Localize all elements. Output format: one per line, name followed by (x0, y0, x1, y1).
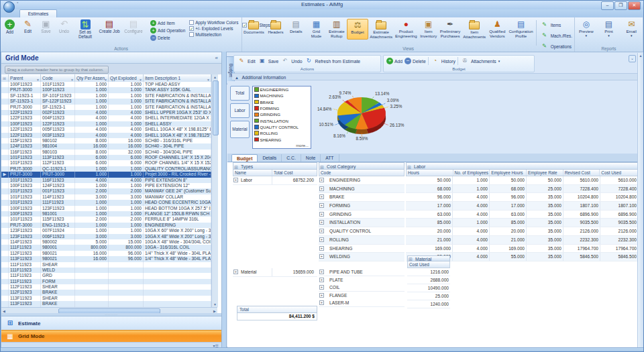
expand-icon[interactable]: + (319, 237, 324, 242)
grid-row[interactable]: 100F11923101F119231.0001.000TOP HEAD ASS… (1, 82, 211, 87)
expand-icon[interactable]: + (319, 270, 324, 274)
cost-category-row[interactable]: +INSTALLATION (319, 219, 405, 227)
ribbon-button-create-job[interactable]: ▤Create Job (97, 19, 121, 40)
grid-row[interactable]: SF-11923-1SF-101F119231.0001.000SITE FAB… (1, 93, 211, 99)
labor-row[interactable]: 96.0004.00096.00035.00010204.80010204.80… (406, 193, 638, 202)
ribbon-button-product-engineering[interactable]: ●Product Engineering (394, 19, 419, 40)
labor-row[interactable]: 50.0001.00050.00050.0005610.0005610.000 (406, 176, 638, 185)
ribbon-button-documents[interactable]: Documents (242, 19, 266, 40)
ribbon-button-estimate-attachments[interactable]: Estimate Attachments (368, 19, 394, 40)
ribbon-button-add-operation[interactable]: +Add Operation (150, 27, 185, 34)
column-header-revised-cost[interactable]: Revised Cost (564, 170, 600, 176)
grid-row[interactable]: 122F11923005F119234.0004.000SHELL 10GA X… (1, 127, 211, 132)
nav-item-estimate[interactable]: ⊞ Estimate (1, 316, 221, 330)
material-row[interactable]: 1240.000 (407, 300, 450, 308)
ribbon-button-budget[interactable]: ⚖Budget (347, 19, 368, 40)
ribbon-button-item-attachments[interactable]: Item Attachments (462, 19, 487, 40)
ribbon-button-undo[interactable]: ↶Undo (55, 19, 73, 40)
expand-icon[interactable]: + (319, 203, 324, 208)
ribbon-button-details[interactable]: ▤Details (286, 19, 306, 40)
material-row[interactable]: 10490.000 (407, 284, 450, 292)
material-category-row[interactable]: +PIPE AND TUBE (319, 268, 405, 276)
grid-row[interactable]: PRJT-3000ENG-11923-11.0001.000ENGINEERIN… (1, 223, 211, 228)
close-button[interactable]: ✕ (628, 1, 641, 10)
column-header-code[interactable]: Code▼ (41, 74, 75, 82)
expand-icon[interactable]: + (319, 285, 324, 290)
grid-row[interactable]: 122F11923003F119234.0004.000SHELL 10GA X… (1, 133, 211, 138)
sub-tab-details[interactable]: Details (258, 154, 282, 162)
ribbon-button-item-inventory[interactable]: ▣Item Inventory (419, 19, 439, 40)
column-header-employee-rate[interactable]: Employee Rate (527, 170, 564, 176)
chart-tab-total[interactable]: Total (230, 86, 250, 101)
expand-icon[interactable]: + (319, 293, 324, 298)
ribbon-button-qualified-vendors[interactable]: ♟Qualified Vendors (487, 19, 507, 40)
labor-row[interactable]: 68.0001.00068.00025.0007228.4007228.400 (406, 185, 638, 194)
grid-row[interactable]: 111F11923WELD (1, 268, 211, 273)
cost-category-row[interactable]: +QUALITY CONTROL (319, 227, 405, 236)
toolbar-button-edit[interactable]: ✎Edit (237, 56, 256, 66)
grid-row[interactable]: 113F1192398002116.00096.0001/4" Thick X … (1, 256, 211, 261)
scrollbar-thumb[interactable] (213, 80, 219, 135)
column-header-no-of-employees[interactable]: No. of Employees (453, 170, 490, 176)
dropdown-arrow-icon[interactable]: ▾ (498, 60, 500, 62)
column-header-name[interactable]: Name (233, 170, 272, 176)
grid-row[interactable]: 123F11923006F119233.0003.00010GA X 48" W… (1, 234, 211, 239)
material-category-row[interactable]: +FLANGE (319, 292, 405, 300)
grid-row[interactable]: 111F11923GRD (1, 273, 211, 278)
material-row[interactable]: 1216.000 (407, 268, 450, 276)
ribbon-button-estimate-rollup[interactable]: ▥Estimate Rollup (327, 19, 347, 40)
additional-information-bar[interactable]: ▲ Additional Information (232, 73, 639, 80)
grid-row[interactable]: 114F119239800025.00015.00010GA X 48" Wid… (1, 239, 211, 245)
ribbon-button-add[interactable]: +Add (1, 19, 19, 40)
expand-icon[interactable]: + (319, 278, 324, 282)
view-toggle-items[interactable]: ✎Items (540, 20, 572, 30)
expand-icon[interactable]: + (319, 220, 324, 225)
ribbon-button-edit[interactable]: ✎Edit (19, 19, 37, 40)
grid-row[interactable]: PRJT-3000100F119231.0001.000TANK ASSY 10… (1, 87, 211, 93)
view-toggle-mach-res[interactable]: ✎Mach./Res. (540, 31, 572, 40)
cost-category-row[interactable]: +GRINDING (319, 211, 405, 219)
collapse-panel-icon[interactable]: « (215, 52, 218, 64)
cost-category-row[interactable]: +BRAKE (319, 193, 405, 202)
expand-icon[interactable]: + (319, 212, 324, 217)
grid-row[interactable]: 115F119239801028.00016.000SCH80 - 316/31… (1, 138, 211, 143)
checkbox-exploded-levels[interactable]: ✓+/- Exploded Levels (189, 26, 238, 31)
toolbar-button-refresh-from-estimate[interactable]: ↻Refresh from Estimate (304, 56, 360, 66)
toolbar-button-attachments[interactable]: ✇Attachments (460, 56, 496, 66)
grid-row[interactable]: 112F11923SHEAR (1, 284, 211, 290)
grid-row[interactable]: 116F119239801038.00032.000SCH40 - 304/30… (1, 150, 211, 155)
grid-row[interactable]: 101F11923114F119233.0003.000MANWAY COLLA… (1, 194, 211, 200)
expand-icon[interactable]: + (319, 300, 324, 305)
filter-icon[interactable]: ▼ (70, 76, 74, 82)
grid-row[interactable]: SF-11923-1SF-122F119231.0001.000SITE FAB… (1, 99, 211, 104)
grid-row[interactable]: 100F11923124F119231.0001.000PIPE EXTENSI… (1, 183, 211, 188)
expand-icon[interactable]: + (319, 186, 324, 191)
column-header-cost-used[interactable]: Cost Used (600, 170, 637, 176)
ribbon-button-print[interactable]: ▤Print▾ (598, 19, 621, 38)
ribbon-button-email[interactable]: ✉Email▾ (620, 19, 643, 38)
grid-row[interactable]: PRJT-3000SF-11923-11.0001.000SITE FABRIC… (1, 105, 211, 110)
minimize-button[interactable]: – (601, 1, 614, 10)
toolbar-button-history[interactable]: ◔History (431, 56, 455, 66)
panel-scrollbar[interactable]: ▲ (637, 53, 643, 347)
ribbon-button-headers[interactable]: Headers (266, 19, 286, 40)
types-row-material[interactable]: +Material15659.000 (233, 268, 317, 277)
ribbon-button-save[interactable]: ▣Save (37, 19, 55, 40)
legend-more-link[interactable]: more... (296, 143, 309, 148)
chart-tab-material[interactable]: Material (230, 121, 250, 138)
cost-category-row[interactable]: +ROLLING (319, 236, 405, 245)
column-header-qty-per-assen[interactable]: Qty Per Assen▼ (75, 74, 109, 82)
grid-row[interactable]: 112F11923BRAKE (1, 290, 211, 295)
grid-row[interactable]: 101F11923113F119236.0006.000ROOF CHANNEL… (1, 155, 211, 160)
cost-category-row[interactable]: +MACHINING (319, 185, 405, 194)
labor-row[interactable]: 169.0004.000169.00035.00017964.70017964.… (406, 245, 638, 253)
filter-icon[interactable]: ▼ (207, 76, 210, 82)
checkbox-apply-workflow-colors[interactable]: Apply Workflow Colors (189, 20, 238, 25)
grid-row[interactable]: ▶PRJT-3000PRJT-30001.0001.000Projet 3000… (1, 172, 211, 177)
sub-tab-att[interactable]: ATT (321, 154, 339, 162)
grid-row[interactable]: 123F11923007F119241.0001.00010GA X 60" W… (1, 228, 211, 233)
labor-row[interactable]: 63.0004.00063.00035.0006896.9006896.900 (406, 211, 638, 219)
ribbon-button-preliminary-purchases[interactable]: ✒Preliminary Purchases (439, 19, 462, 40)
types-row-labor[interactable]: +Labor68752.200 (233, 176, 317, 185)
expand-icon[interactable]: + (233, 178, 238, 182)
